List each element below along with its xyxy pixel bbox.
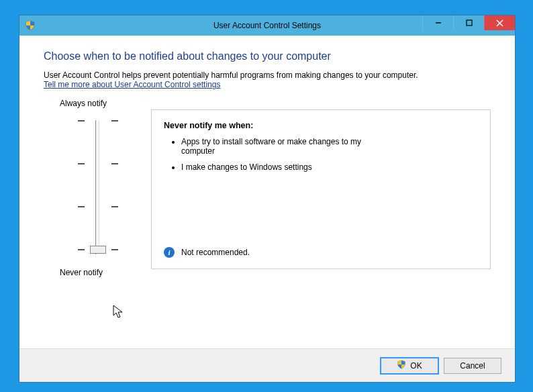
window-controls: [422, 15, 515, 36]
titlebar[interactable]: User Account Control Settings: [19, 15, 515, 36]
maximize-button[interactable]: [453, 15, 484, 30]
page-description: User Account Control helps prevent poten…: [44, 70, 491, 80]
main-content-row: Always notify Never notify Never notify …: [44, 99, 491, 277]
slider-thumb[interactable]: [90, 246, 106, 254]
notice-title: Never notify me when:: [164, 121, 478, 130]
uac-settings-window: User Account Control Settings Choose whe…: [19, 15, 516, 383]
slider-bottom-label: Never notify: [60, 268, 103, 277]
dialog-body: Choose when to be notified about changes…: [19, 36, 515, 348]
notice-bullet: Apps try to install software or make cha…: [181, 137, 383, 156]
notification-slider[interactable]: [77, 113, 117, 261]
page-heading: Choose when to be notified about changes…: [44, 50, 491, 62]
info-icon: i: [164, 247, 175, 258]
help-link[interactable]: Tell me more about User Account Control …: [44, 80, 491, 89]
notification-description-box: Never notify me when: Apps try to instal…: [151, 109, 491, 269]
notice-bullet: I make changes to Windows settings: [181, 162, 383, 172]
ok-button-label: OK: [410, 361, 422, 371]
slider-column: Always notify Never notify: [44, 99, 151, 277]
ok-button[interactable]: OK: [381, 358, 438, 374]
close-button[interactable]: [484, 15, 515, 30]
shield-icon: [397, 360, 406, 371]
notice-bullet-list: Apps try to install software or make cha…: [166, 137, 478, 179]
cancel-button[interactable]: Cancel: [444, 358, 501, 374]
cancel-button-label: Cancel: [460, 361, 485, 371]
recommendation-text: Not recommended.: [181, 248, 250, 257]
slider-top-label: Always notify: [60, 99, 107, 108]
shield-icon: [25, 20, 36, 31]
dialog-footer: OK Cancel: [19, 348, 515, 382]
recommendation-status: i Not recommended.: [164, 247, 478, 258]
svg-rect-1: [467, 20, 472, 26]
minimize-button[interactable]: [422, 15, 453, 30]
